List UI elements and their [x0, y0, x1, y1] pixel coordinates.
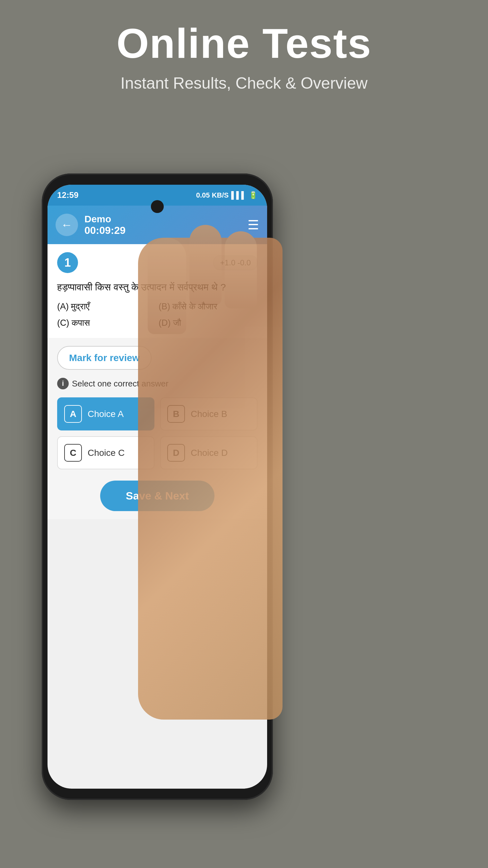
page-header: Online Tests Instant Results, Check & Ov… — [0, 19, 488, 93]
choice-c-letter: C — [64, 444, 82, 462]
hand-finger2 — [189, 225, 222, 305]
page-subtitle: Instant Results, Check & Overview — [0, 74, 488, 93]
signal-icon: ▌▌▌ — [231, 191, 246, 199]
info-icon: i — [57, 378, 69, 389]
choice-c-label: Choice C — [88, 448, 125, 458]
network-speed: 0.05 KB/S — [196, 191, 229, 199]
question-number: 1 — [57, 252, 78, 273]
back-button[interactable]: ← — [56, 214, 78, 236]
status-right: 0.05 KB/S ▌▌▌ 🔋 — [196, 191, 258, 199]
back-icon: ← — [61, 218, 72, 231]
choice-a-letter: A — [64, 405, 82, 423]
phone-device: 12:59 0.05 KB/S ▌▌▌ 🔋 ← Demo 00:09:29 ☰ — [42, 174, 273, 800]
menu-button[interactable]: ☰ — [248, 217, 259, 232]
phone-notch — [151, 200, 164, 213]
hand-finger3 — [225, 231, 257, 308]
hand-finger1 — [148, 238, 186, 334]
test-name: Demo — [85, 214, 241, 224]
battery-icon: 🔋 — [249, 191, 258, 199]
status-time: 12:59 — [57, 190, 79, 200]
mark-review-button[interactable]: Mark for review — [57, 346, 152, 370]
page-title: Online Tests — [0, 19, 488, 67]
choice-a-label: Choice A — [88, 409, 124, 419]
hand-overlay — [138, 238, 283, 720]
